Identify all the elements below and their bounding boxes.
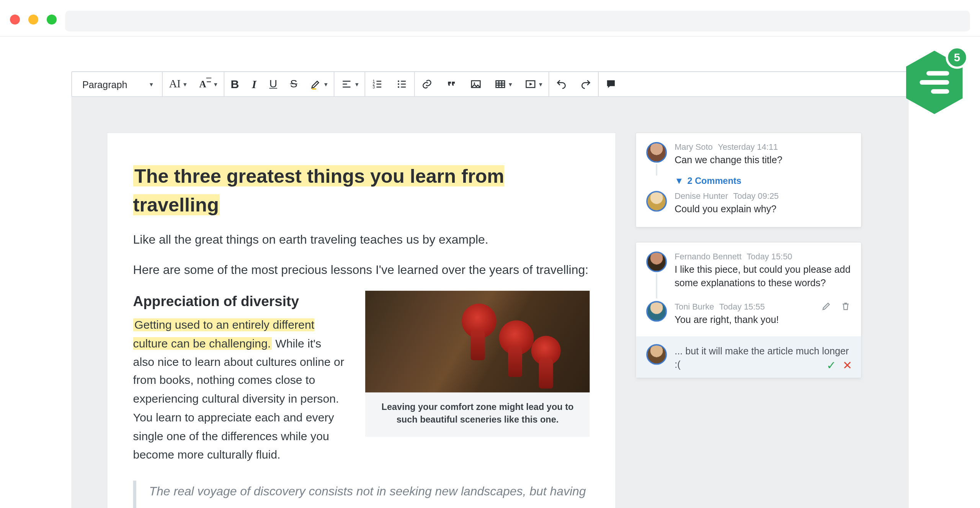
avatar [646, 301, 667, 322]
caret-down-icon: ▼ [675, 175, 683, 186]
align-left-icon [341, 78, 353, 90]
delete-icon[interactable] [841, 301, 851, 311]
comment-author: Mary Soto [675, 142, 713, 152]
image-button[interactable] [464, 72, 488, 97]
quote-icon [446, 78, 457, 90]
comment-author: Toni Burke [675, 302, 714, 311]
link-icon [421, 78, 433, 90]
comment-author: Denise Hunter [675, 191, 728, 200]
browser-chrome [0, 0, 980, 37]
paragraph-rest: While it's also nice to learn about cult… [133, 337, 344, 461]
block-style-select[interactable]: Paragraph ▾ [72, 72, 162, 97]
table-button[interactable]: ▾ [488, 72, 519, 97]
table-icon [495, 78, 506, 90]
media-button[interactable]: ▾ [519, 72, 549, 97]
italic-icon: I [252, 77, 256, 91]
font-family-select[interactable]: AI ▾ [163, 72, 193, 97]
comment-icon [605, 78, 617, 90]
chevron-down-icon: ▾ [355, 80, 358, 87]
section-heading[interactable]: Appreciation of diversity [133, 291, 345, 312]
chevron-down-icon: ▾ [183, 80, 186, 87]
document[interactable]: The three greatest things you learn from… [107, 133, 615, 508]
editor-stage: 5 Paragraph ▾ AI ▾ A⁻ ▾ B I U S [71, 71, 908, 508]
comment-time: Today 09:25 [733, 191, 779, 200]
alignment-select[interactable]: ▾ [335, 72, 365, 97]
underline-button[interactable]: U [263, 72, 284, 97]
chevron-down-icon: ▾ [509, 80, 512, 87]
strike-icon: S [290, 78, 297, 91]
bulleted-list-button[interactable] [390, 72, 415, 97]
maximize-window-dot[interactable] [47, 15, 57, 25]
numbered-list-icon: 123 [372, 78, 384, 90]
strikethrough-button[interactable]: S [284, 72, 304, 97]
avatar [646, 251, 667, 272]
blockquote-button[interactable] [439, 72, 464, 97]
chevron-down-icon: ▾ [214, 80, 217, 87]
comment-text: You are right, thank you! [675, 313, 851, 326]
section-paragraph[interactable]: Getting used to an entirely different cu… [133, 316, 345, 464]
comment-thread[interactable]: Mary Soto Yesterday 14:11 Can we change … [636, 133, 861, 227]
edit-icon[interactable] [821, 301, 831, 311]
numbered-list-button[interactable]: 123 [366, 72, 390, 97]
svg-text:3: 3 [373, 85, 375, 89]
reply-compose[interactable]: ... but it will make the article much lo… [636, 336, 861, 378]
comment-author: Fernando Bennett [675, 251, 742, 261]
bulleted-list-icon [396, 78, 408, 90]
close-window-dot[interactable] [10, 15, 20, 25]
italic-button[interactable]: I [245, 72, 263, 97]
comment-time: Today 15:55 [719, 302, 765, 311]
block-style-label: Paragraph [82, 79, 127, 90]
reply-draft-text[interactable]: ... but it will make the article much lo… [675, 344, 851, 371]
highlight-button[interactable]: ▾ [304, 72, 334, 97]
svg-rect-8 [496, 81, 505, 88]
media-icon [525, 78, 536, 90]
marker-icon [310, 78, 322, 90]
comment-text: Could you explain why? [675, 202, 851, 215]
bold-button[interactable]: B [224, 72, 245, 97]
blockquote[interactable]: The real voyage of discovery consists no… [133, 481, 590, 508]
comment-time: Yesterday 14:11 [718, 142, 778, 152]
lead-paragraph-2[interactable]: Here are some of the most precious lesso… [133, 261, 590, 279]
link-button[interactable] [415, 72, 439, 97]
replies-toggle[interactable]: ▼ 2 Comments [675, 175, 851, 186]
notifications-badge[interactable]: 5 [906, 51, 963, 114]
svg-point-5 [398, 86, 400, 88]
minimize-window-dot[interactable] [28, 15, 38, 25]
svg-point-3 [398, 80, 400, 82]
window-controls [10, 11, 57, 25]
lead-paragraph-1[interactable]: Like all the great things on earth trave… [133, 231, 590, 249]
avatar [646, 142, 667, 163]
svg-point-7 [474, 82, 475, 84]
figure-caption[interactable]: Leaving your comfort zone might lead you… [366, 392, 590, 436]
avatar [646, 191, 667, 211]
redo-icon [580, 78, 592, 90]
chevron-down-icon: ▾ [324, 80, 327, 87]
comments-sidebar: Mary Soto Yesterday 14:11 Can we change … [636, 133, 861, 508]
figure[interactable]: Leaving your comfort zone might lead you… [366, 291, 590, 437]
figure-image [366, 291, 590, 392]
undo-icon [556, 78, 567, 90]
undo-button[interactable] [549, 72, 574, 97]
svg-point-4 [398, 84, 400, 85]
chevron-down-icon: ▾ [150, 80, 153, 87]
comment-text: I like this piece, but could you please … [675, 262, 851, 290]
notifications-count: 5 [946, 46, 968, 69]
submit-reply-icon[interactable]: ✓ [826, 358, 836, 372]
redo-button[interactable] [574, 72, 598, 97]
replies-toggle-label: 2 Comments [688, 175, 742, 186]
editor-canvas: The three greatest things you learn from… [71, 97, 908, 508]
cancel-reply-icon[interactable]: ✕ [843, 358, 852, 372]
chevron-down-icon: ▾ [539, 80, 542, 87]
underline-icon: U [269, 78, 277, 91]
comment-thread[interactable]: Fernando Bennett Today 15:50 I like this… [636, 243, 861, 378]
bold-icon: B [231, 77, 239, 91]
document-title[interactable]: The three greatest things you learn from… [133, 165, 505, 215]
font-size-label: A⁻ [199, 78, 212, 90]
comment-button[interactable] [599, 72, 624, 97]
address-bar[interactable] [65, 11, 970, 31]
font-size-select[interactable]: A⁻ ▾ [193, 72, 224, 97]
avatar [646, 344, 667, 365]
editor-toolbar: Paragraph ▾ AI ▾ A⁻ ▾ B I U S ▾ [71, 71, 908, 97]
comment-time: Today 15:50 [746, 251, 792, 261]
comment-text: Can we change this title? [675, 153, 851, 166]
